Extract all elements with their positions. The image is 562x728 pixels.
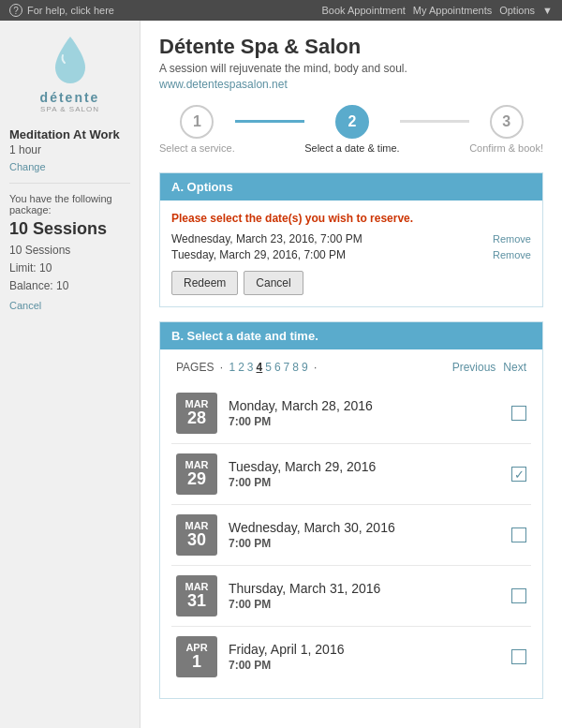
previous-link[interactable]: Previous xyxy=(452,361,496,374)
date-badge-4: Apr 1 xyxy=(176,636,217,677)
badge-day-0: 28 xyxy=(187,409,206,428)
help-section: ? For help, click here xyxy=(9,4,114,17)
spa-header: Détente Spa & Salon A session will rejuv… xyxy=(159,35,543,91)
selected-date-1-text: Tuesday, March 29, 2016, 7:00 PM xyxy=(171,248,346,261)
step-3-label: Confirm & book! xyxy=(469,142,543,154)
appt-date-2: Wednesday, March 30, 2016 xyxy=(229,520,511,535)
appt-date-3: Thursday, March 31, 2016 xyxy=(229,581,511,596)
appt-row-2: Mar 30 Wednesday, March 30, 2016 7:00 PM xyxy=(171,505,531,566)
spa-url[interactable]: www.detentespasalon.net xyxy=(159,78,288,91)
options-body: Please select the date(s) you wish to re… xyxy=(160,201,542,306)
appt-checkbox-3[interactable] xyxy=(511,588,526,603)
book-appointment-link[interactable]: Book Appointment xyxy=(322,5,406,16)
next-link[interactable]: Next xyxy=(503,361,526,374)
date-badge-2: Mar 30 xyxy=(176,514,217,556)
step-1-label: Select a service. xyxy=(159,142,235,154)
appt-checkbox-1[interactable]: ✓ xyxy=(511,467,526,482)
page-link-5[interactable]: 5 xyxy=(265,361,272,374)
calendar-section: B. Select a date and time. PAGES · 1 2 3… xyxy=(159,321,543,699)
logo-drop-icon xyxy=(52,35,89,86)
my-appointments-link[interactable]: My Appointments xyxy=(413,5,492,16)
selected-date-1: Tuesday, March 29, 2016, 7:00 PM Remove xyxy=(171,248,531,261)
service-info: Meditation At Work 1 hour Change xyxy=(9,127,130,173)
appt-info-0: Monday, March 28, 2016 7:00 PM xyxy=(229,398,511,428)
steps-container: 1 Select a service. 2 Select a date & ti… xyxy=(159,105,543,154)
page-link-3[interactable]: 3 xyxy=(247,361,254,374)
remove-date-0-link[interactable]: Remove xyxy=(493,233,531,245)
appt-checkbox-2[interactable] xyxy=(511,527,526,542)
date-badge-3: Mar 31 xyxy=(176,575,217,617)
sidebar-divider xyxy=(9,183,130,184)
step-line-1-2 xyxy=(235,120,304,123)
pages-nav: PAGES · 1 2 3 4 5 6 7 8 9 · Pre xyxy=(171,361,531,374)
badge-day-3: 31 xyxy=(187,592,206,611)
page-link-4[interactable]: 4 xyxy=(257,361,263,374)
appt-time-3: 7:00 PM xyxy=(229,598,511,611)
appt-date-4: Friday, April 1, 2016 xyxy=(229,642,511,657)
step-3: 3 Confirm & book! xyxy=(469,105,543,154)
dropdown-arrow-icon: ▼ xyxy=(542,5,553,16)
appt-info-4: Friday, April 1, 2016 7:00 PM xyxy=(229,642,511,672)
appt-info-3: Thursday, March 31, 2016 7:00 PM xyxy=(229,581,511,611)
redeem-button[interactable]: Redeem xyxy=(171,271,238,295)
calendar-header: B. Select a date and time. xyxy=(160,322,542,349)
page-link-9[interactable]: 9 xyxy=(302,361,308,374)
sidebar: détente SPA & SALON Meditation At Work 1… xyxy=(0,21,140,728)
page-link-1[interactable]: 1 xyxy=(229,361,235,374)
appt-checkbox-0[interactable] xyxy=(511,406,526,421)
step-2: 2 Select a date & time. xyxy=(304,105,400,154)
options-section: A. Options Please select the date(s) you… xyxy=(159,172,543,307)
appt-row-1: Mar 29 Tuesday, March 29, 2016 7:00 PM ✓ xyxy=(171,444,531,505)
appt-checkbox-4[interactable] xyxy=(511,649,526,664)
action-buttons: Redeem Cancel xyxy=(171,271,531,295)
change-link[interactable]: Change xyxy=(9,161,46,172)
page-link-7[interactable]: 7 xyxy=(284,361,290,374)
page-link-2[interactable]: 2 xyxy=(238,361,244,374)
package-limit: Limit: 10 xyxy=(9,260,130,277)
spa-name: Détente Spa & Salon xyxy=(159,35,543,59)
cancel-package-link[interactable]: Cancel xyxy=(9,300,130,311)
remove-date-1-link[interactable]: Remove xyxy=(493,249,531,260)
package-sessions: 10 Sessions xyxy=(9,242,130,260)
pages-label: PAGES xyxy=(176,361,214,374)
appt-info-2: Wednesday, March 30, 2016 7:00 PM xyxy=(229,520,511,550)
options-header: A. Options xyxy=(160,173,542,201)
main-container: détente SPA & SALON Meditation At Work 1… xyxy=(0,21,562,728)
appt-time-1: 7:00 PM xyxy=(229,476,511,489)
page-link-8[interactable]: 8 xyxy=(292,361,299,374)
badge-day-2: 30 xyxy=(187,531,206,550)
appt-date-0: Monday, March 28, 2016 xyxy=(229,398,511,413)
appt-time-0: 7:00 PM xyxy=(229,415,511,428)
cancel-button[interactable]: Cancel xyxy=(244,271,303,295)
page-link-6[interactable]: 6 xyxy=(274,361,281,374)
appt-time-2: 7:00 PM xyxy=(229,537,511,550)
selected-date-0: Wednesday, March 23, 2016, 7:00 PM Remov… xyxy=(171,232,531,245)
badge-day-1: 29 xyxy=(187,470,206,489)
options-warning: Please select the date(s) you wish to re… xyxy=(171,212,531,225)
step-1-circle: 1 xyxy=(180,105,214,139)
step-line-2-3 xyxy=(400,120,469,123)
package-name: 10 Sessions xyxy=(9,219,130,239)
appt-row-4: Apr 1 Friday, April 1, 2016 7:00 PM xyxy=(171,627,531,687)
nav-links: Book Appointment My Appointments Options… xyxy=(322,5,553,16)
date-badge-0: Mar 28 xyxy=(176,393,217,434)
badge-day-4: 1 xyxy=(192,653,201,672)
appt-info-1: Tuesday, March 29, 2016 7:00 PM xyxy=(229,459,511,489)
help-link[interactable]: For help, click here xyxy=(27,5,114,16)
pages-left: PAGES · 1 2 3 4 5 6 7 8 9 · xyxy=(176,361,317,374)
logo-subtitle: SPA & SALON xyxy=(40,105,99,113)
top-bar: ? For help, click here Book Appointment … xyxy=(0,0,562,21)
step-1: 1 Select a service. xyxy=(159,105,235,154)
package-label: You have the following package: xyxy=(9,193,130,215)
appt-date-1: Tuesday, March 29, 2016 xyxy=(229,459,511,474)
checkmark-icon-1: ✓ xyxy=(514,468,525,481)
logo-area: détente SPA & SALON xyxy=(9,35,130,113)
appt-time-4: 7:00 PM xyxy=(229,659,511,672)
service-duration: 1 hour xyxy=(9,143,130,156)
calendar-body: PAGES · 1 2 3 4 5 6 7 8 9 · Pre xyxy=(160,349,542,698)
service-name: Meditation At Work xyxy=(9,127,130,141)
options-link[interactable]: Options xyxy=(499,5,535,16)
content-area: Détente Spa & Salon A session will rejuv… xyxy=(140,21,562,728)
step-3-circle: 3 xyxy=(490,105,524,139)
appt-row-3: Mar 31 Thursday, March 31, 2016 7:00 PM xyxy=(171,566,531,627)
